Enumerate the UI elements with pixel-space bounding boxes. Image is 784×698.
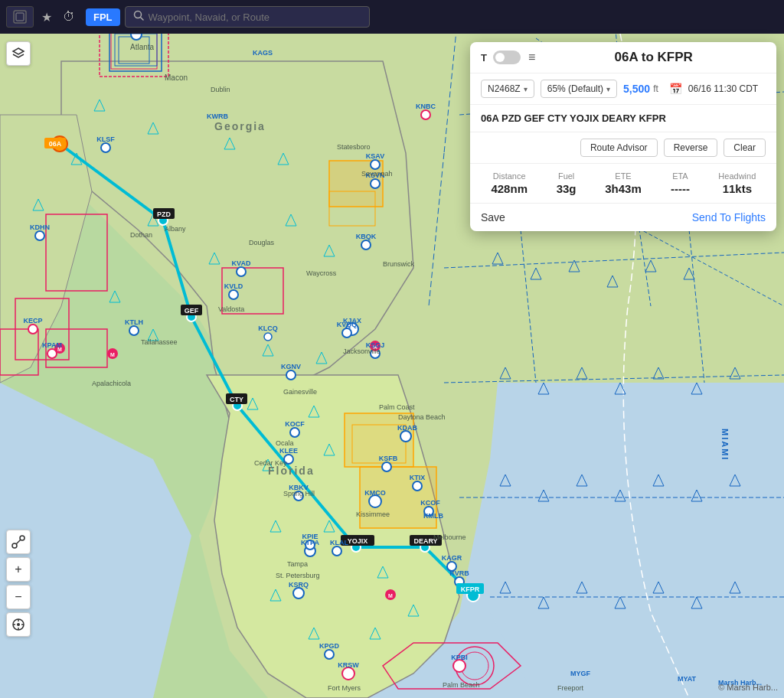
altitude-unit: ft bbox=[653, 83, 658, 94]
compass-button[interactable] bbox=[6, 612, 31, 637]
svg-text:Savannah: Savannah bbox=[361, 170, 393, 178]
svg-point-128 bbox=[382, 462, 391, 471]
route-advisor-button[interactable]: Route Advisor bbox=[580, 139, 658, 157]
svg-text:MYAT: MYAT bbox=[678, 675, 697, 683]
performance-dropdown[interactable]: 65% (Default) ▾ bbox=[541, 80, 617, 98]
save-button[interactable]: Save bbox=[481, 211, 505, 223]
svg-text:KFPR: KFPR bbox=[461, 585, 480, 593]
svg-text:KWRB: KWRB bbox=[207, 113, 228, 120]
svg-text:KOCF: KOCF bbox=[285, 420, 305, 428]
fp-footer: Save Send To Flights bbox=[470, 204, 776, 231]
layers-button[interactable] bbox=[6, 41, 31, 66]
aircraft-dropdown[interactable]: N2468Z ▾ bbox=[481, 80, 534, 98]
fp-menu-icon[interactable]: ≡ bbox=[528, 51, 535, 64]
fuel-value: 33g bbox=[537, 182, 594, 195]
fp-altitude: 5,500 ft bbox=[623, 83, 658, 95]
svg-text:KGNV: KGNV bbox=[281, 363, 301, 370]
svg-point-117 bbox=[342, 328, 351, 338]
svg-point-121 bbox=[35, 231, 44, 240]
svg-text:Dublin: Dublin bbox=[211, 86, 230, 93]
performance-chevron: ▾ bbox=[606, 85, 610, 93]
svg-text:GEF: GEF bbox=[185, 307, 199, 315]
svg-point-115 bbox=[229, 290, 238, 299]
fp-datetime: 06/16 11:30 CDT bbox=[688, 83, 758, 94]
ete-value: 3h43m bbox=[595, 182, 652, 195]
left-controls: + − bbox=[6, 530, 31, 637]
svg-text:Kissimmee: Kissimmee bbox=[356, 510, 390, 518]
performance-value: 65% (Default) bbox=[547, 83, 603, 94]
svg-text:KVLD: KVLD bbox=[224, 282, 243, 290]
svg-point-106 bbox=[290, 428, 299, 437]
svg-text:06A: 06A bbox=[49, 140, 62, 148]
eta-label: ETA bbox=[652, 171, 708, 181]
stat-eta: ETA ----- bbox=[652, 171, 708, 195]
search-icon bbox=[133, 10, 144, 24]
svg-text:Dothan: Dothan bbox=[130, 231, 152, 239]
svg-text:KDAB: KDAB bbox=[397, 424, 417, 432]
svg-point-104 bbox=[369, 495, 381, 507]
svg-point-114 bbox=[237, 267, 246, 276]
zoom-out-button[interactable]: − bbox=[6, 585, 31, 609]
stat-headwind: Headwind 11kts bbox=[709, 171, 766, 195]
svg-text:KBQK: KBQK bbox=[356, 233, 377, 240]
svg-point-99 bbox=[371, 179, 380, 188]
svg-point-109 bbox=[293, 588, 304, 599]
svg-point-126 bbox=[342, 667, 354, 680]
bookmark-icon[interactable]: ★ bbox=[38, 8, 55, 26]
svg-line-238 bbox=[140, 18, 143, 21]
svg-text:Gainesville: Gainesville bbox=[283, 388, 317, 396]
svg-text:KPBI: KPBI bbox=[451, 654, 468, 661]
stat-fuel: Fuel 33g bbox=[537, 171, 594, 195]
svg-point-119 bbox=[28, 325, 38, 334]
svg-point-243 bbox=[17, 623, 20, 626]
svg-text:YOJIX: YOJIX bbox=[348, 537, 368, 545]
aircraft-chevron: ▾ bbox=[524, 85, 528, 93]
svg-text:KRSW: KRSW bbox=[338, 661, 359, 669]
fp-header: T ≡ 06A to KFPR bbox=[470, 42, 776, 73]
svg-text:KECP: KECP bbox=[23, 317, 42, 325]
clock-icon[interactable]: ⏱ bbox=[60, 8, 78, 25]
svg-text:Freeport: Freeport bbox=[557, 684, 584, 692]
svg-text:KCOF: KCOF bbox=[420, 499, 440, 507]
svg-text:MIAMI: MIAMI bbox=[720, 429, 730, 461]
fp-toggle[interactable] bbox=[493, 51, 521, 64]
svg-point-112 bbox=[413, 481, 422, 491]
route-tool-button[interactable] bbox=[6, 530, 31, 554]
svg-rect-235 bbox=[14, 11, 26, 23]
svg-text:KLCQ: KLCQ bbox=[258, 325, 278, 332]
svg-text:Macon: Macon bbox=[165, 73, 188, 82]
flight-plan-panel: T ≡ 06A to KFPR N2468Z ▾ 65% (Default) ▾… bbox=[470, 42, 776, 231]
fp-row2: N2468Z ▾ 65% (Default) ▾ 5,500 ft 📅 06/1… bbox=[470, 73, 776, 105]
send-to-flights-button[interactable]: Send To Flights bbox=[692, 211, 766, 223]
distance-label: Distance bbox=[481, 171, 537, 181]
svg-text:KVAD: KVAD bbox=[232, 259, 251, 267]
svg-text:Douglas: Douglas bbox=[249, 239, 275, 246]
svg-text:KSFB: KSFB bbox=[379, 455, 398, 462]
svg-text:Melbourne: Melbourne bbox=[433, 533, 466, 541]
svg-text:KAGR: KAGR bbox=[442, 554, 462, 562]
svg-text:Apalachicola: Apalachicola bbox=[92, 380, 131, 387]
headwind-label: Headwind bbox=[709, 171, 766, 181]
svg-point-116 bbox=[264, 333, 272, 341]
svg-point-103 bbox=[400, 431, 411, 442]
svg-text:Waycross: Waycross bbox=[306, 269, 337, 277]
fp-stats: Distance 428nm Fuel 33g ETE 3h43m ETA --… bbox=[470, 164, 776, 204]
svg-text:KMLB: KMLB bbox=[423, 512, 443, 520]
svg-text:Tallahassee: Tallahassee bbox=[141, 338, 178, 346]
svg-point-102 bbox=[286, 370, 296, 380]
clear-button[interactable]: Clear bbox=[724, 139, 766, 157]
svg-rect-236 bbox=[16, 13, 24, 21]
svg-text:KTIX: KTIX bbox=[410, 474, 426, 481]
search-input[interactable] bbox=[149, 11, 361, 23]
top-bar: ★ ⏱ FPL bbox=[0, 0, 784, 34]
svg-text:MYGF: MYGF bbox=[570, 670, 591, 677]
svg-text:Palm Beach: Palm Beach bbox=[443, 681, 480, 689]
svg-text:M: M bbox=[110, 352, 115, 357]
fpl-button[interactable]: FPL bbox=[86, 8, 120, 26]
zoom-in-button[interactable]: + bbox=[6, 557, 31, 582]
svg-text:KAGS: KAGS bbox=[253, 49, 273, 57]
reverse-button[interactable]: Reverse bbox=[664, 139, 718, 157]
fuel-label: Fuel bbox=[537, 171, 594, 181]
search-box[interactable] bbox=[125, 6, 370, 28]
svg-text:KTPA: KTPA bbox=[301, 539, 319, 546]
